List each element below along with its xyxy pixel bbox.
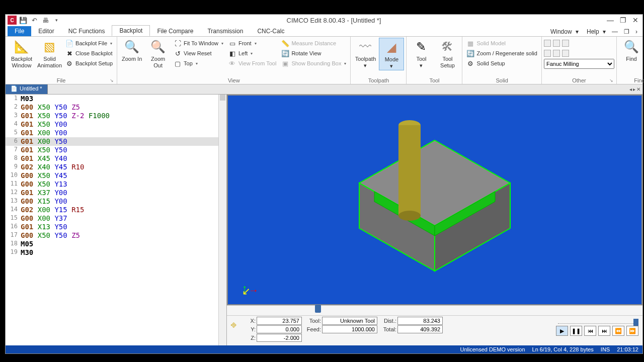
speed-slider[interactable] [558,317,638,324]
toolpath-button[interactable]: 〰Toolpath▾ [353,38,378,69]
other-btn5-icon[interactable] [553,50,560,57]
group-label-other: Other [572,77,586,83]
app-logo-icon: C [8,16,17,25]
other-btn3-icon[interactable] [562,40,569,47]
code-line[interactable]: 19M30 [6,248,226,257]
front-view-button[interactable]: ▭Front▾ [226,39,278,48]
code-line[interactable]: 13G00 X15 Y00 [6,197,226,206]
help-menu[interactable]: Help ▾ [583,27,608,36]
fast-back-button[interactable]: ⏪ [612,326,624,336]
group-label-view: View [119,77,348,84]
other-btn2-icon[interactable] [553,40,560,47]
group-label-find: Find [619,77,644,84]
timeline-slider[interactable] [227,305,642,315]
bounding-box-button: ▣Show Bounding Box▾ [279,59,348,68]
rotate-view-button[interactable]: 🔄Rotate View [279,49,348,58]
code-editor[interactable]: 1M032G00 X50 Y50 Z53G01 X50 Y50 Z-2 F100… [6,95,227,345]
step-fwd-button[interactable]: ⏭ [598,326,610,336]
code-line[interactable]: 9G02 X40 Y45 R10 [6,163,226,171]
other-btn6-icon[interactable] [562,50,569,57]
code-line[interactable]: 12G01 X37 Y00 [6,189,226,197]
code-line[interactable]: 11G00 X50 Y13 [6,180,226,189]
ribbon-minimize-icon[interactable]: — [610,27,620,36]
code-line[interactable]: 4G01 X50 Y00 [6,120,226,129]
find-button[interactable]: 🔍Find [619,38,644,63]
ribbon-restore-icon[interactable]: ❐ [622,27,631,36]
backplot-panel: ↑↙→ ⎆ X: Y: Z: Tool: Feed: Dist.: Total: [227,95,642,345]
tab-transmission[interactable]: Transmission [200,26,250,36]
view-reset-button[interactable]: ↺View Reset [172,49,225,58]
tab-close-icon[interactable]: ✕ [636,86,640,92]
code-line[interactable]: 2G00 X50 Y50 Z5 [6,103,226,112]
file-menu[interactable]: File [8,26,31,36]
qat-dropdown-icon[interactable]: ▾ [52,16,61,25]
status-time: 21:03:12 [617,346,638,352]
regenerate-solid-button[interactable]: 🔄Zoom / Regenerate solid [464,49,539,58]
left-view-button[interactable]: ◧Left▾ [226,49,278,58]
fit-to-window-button[interactable]: ⛶Fit To Window▾ [172,39,225,48]
code-line[interactable]: 10G00 X50 Y45 [6,171,226,180]
timeline-handle-icon[interactable] [315,305,321,313]
code-line[interactable]: 18M05 [6,240,226,248]
code-line[interactable]: 5G01 X00 Y00 [6,129,226,137]
other-btn1-icon[interactable] [544,40,551,47]
status-ins: INS [601,346,610,352]
main-area: 1M032G00 X50 Y50 Z53G01 X50 Y50 Z-2 F100… [6,95,642,345]
zoom-out-button[interactable]: 🔍Zoom Out [145,38,171,69]
document-tab[interactable]: 📄Untitled * [6,84,48,94]
step-back-button[interactable]: ⏮ [584,326,596,336]
zoom-in-button[interactable]: 🔍Zoom In [119,38,144,63]
tab-prev-icon[interactable]: ◂ [629,86,632,92]
backplot-setup-button[interactable]: ⚙Backplot Setup [63,59,115,68]
file-group-launcher-icon[interactable]: ↘ [110,78,114,83]
tool-label: Tool: [305,318,321,324]
print-icon[interactable]: 🖶 [41,16,50,25]
minimize-icon[interactable]: — [607,16,614,24]
pause-button[interactable]: ❚❚ [570,326,582,336]
backplot-window-button[interactable]: 📐Backplot Window [8,38,36,69]
code-line[interactable]: 1M03 [6,95,226,103]
save-icon[interactable]: 💾 [19,16,28,25]
tool-setup-button[interactable]: 🛠Tool Setup [435,38,460,69]
other-btn4-icon[interactable] [544,50,551,57]
tab-nc-functions[interactable]: NC Functions [61,26,112,36]
tab-cnc-calc[interactable]: CNC-Calc [250,26,291,36]
code-line[interactable]: 6G01 X00 Y50 [6,137,226,146]
axis-triad-icon: ↑↙→ [242,282,266,294]
speed-handle-icon[interactable] [633,319,638,326]
y-readout [257,325,302,333]
code-line[interactable]: 3G01 X50 Y50 Z-2 F1000 [6,112,226,120]
code-line[interactable]: 15G00 X00 Y37 [6,214,226,223]
maximize-icon[interactable]: ❐ [620,16,626,24]
top-view-button[interactable]: ▢Top▾ [172,59,225,68]
tool-readout [322,317,377,325]
other-group-launcher-icon[interactable]: ↘ [609,78,613,83]
code-line[interactable]: 7G01 X50 Y50 [6,146,226,154]
solid-animation-button[interactable]: ▧Solid Animation [37,38,62,69]
code-line[interactable]: 17G00 X50 Y50 Z5 [6,231,226,240]
title-bar: C 💾 ↶ 🖶 ▾ CIMCO Edit 8.00.43 - [Untitled… [6,15,642,26]
play-button[interactable]: ▶ [556,326,568,336]
solid-setup-button[interactable]: ⚙Solid Setup [464,59,539,68]
fast-fwd-button[interactable]: ⏩ [626,326,638,336]
tool-button[interactable]: ✎Tool▾ [409,38,434,69]
close-backplot-button[interactable]: ✖Close Backplot [63,49,115,58]
code-line[interactable]: 16G01 X13 Y50 [6,223,226,231]
window-menu[interactable]: Window ▾ [546,27,581,36]
tab-backplot[interactable]: Backplot [112,25,150,36]
ribbon-more-icon[interactable]: › [633,27,639,36]
tab-editor[interactable]: Editor [31,26,61,36]
undo-icon[interactable]: ↶ [30,16,39,25]
code-line[interactable]: 8G01 X45 Y40 [6,154,226,163]
tab-file-compare[interactable]: File Compare [150,26,200,36]
3d-viewport[interactable]: ↑↙→ [227,95,642,305]
tab-next-icon[interactable]: ▸ [633,86,635,92]
close-icon[interactable]: ✕ [632,16,638,24]
control-select[interactable]: Fanuc Milling [544,59,614,69]
backplot-file-button[interactable]: 📄Backplot File▾ [63,39,115,48]
group-label-solid: Solid [464,77,539,84]
mode-button[interactable]: ◢Mode▾ [379,38,404,70]
editor-scrollbar[interactable] [218,95,226,345]
code-line[interactable]: 14G02 X00 Y15 R15 [6,206,226,214]
status-demo: Unlicensed DEMO version [460,346,525,352]
